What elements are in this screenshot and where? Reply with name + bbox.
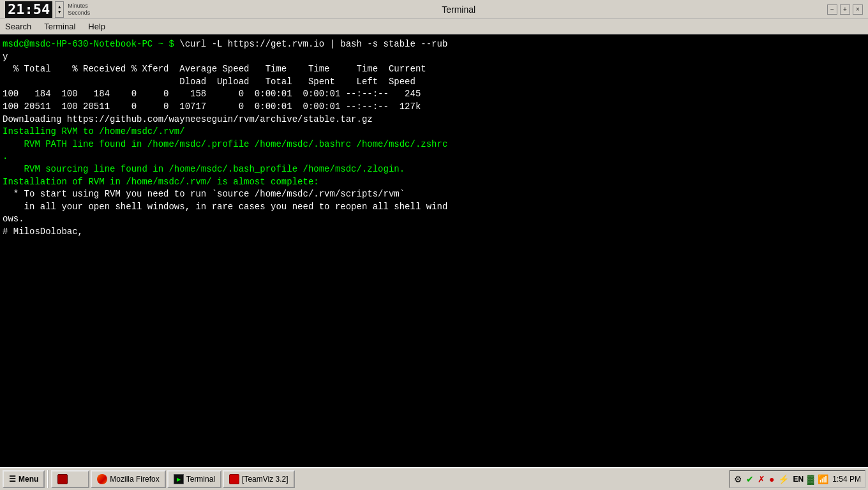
menu-terminal[interactable]: Terminal bbox=[41, 20, 78, 33]
clock-hours: 21 bbox=[8, 3, 25, 17]
terminal-line-11: RVM sourcing line found in /home/msdc/.b… bbox=[3, 163, 865, 176]
tray-icon-1: ⚙ bbox=[734, 474, 742, 484]
terminal-line-14: * To start using RVM you need to run `so… bbox=[3, 188, 865, 201]
firefox-icon bbox=[97, 474, 107, 484]
terminal-icon: ▶ bbox=[174, 474, 184, 484]
terminal-line-0: msdc@msdc-HP-630-Notebook-PC ~ $ \curl -… bbox=[3, 38, 865, 51]
taskbar-app-filemanager[interactable] bbox=[51, 470, 89, 488]
terminal-line-15: in all your open shell windows, in rare … bbox=[3, 201, 865, 214]
terminal-output: msdc@msdc-HP-630-Notebook-PC ~ $ \curl -… bbox=[0, 34, 868, 467]
taskbar-separator-1 bbox=[47, 470, 49, 488]
menu-help[interactable]: Help bbox=[86, 20, 108, 33]
tray-clock: 1:54 PM bbox=[832, 475, 861, 484]
taskbar-app-teamviz[interactable]: [TeamViz 3.2] bbox=[223, 470, 294, 488]
terminal-line-6: Downloading https://github.com/wayneeseg… bbox=[3, 114, 865, 126]
minimize-button[interactable]: − bbox=[827, 4, 837, 15]
clock-label-seconds: Seconds bbox=[68, 10, 90, 17]
menu-bar: Search Terminal Help bbox=[0, 19, 868, 34]
taskbar: ☰ Menu Mozilla Firefox ▶ Terminal [TeamV… bbox=[0, 467, 868, 490]
maximize-button[interactable]: + bbox=[840, 4, 850, 15]
teamviz-label: [TeamViz 3.2] bbox=[242, 475, 288, 484]
sys-tray-area: ⚙ ✔ ✗ ● ⚡ EN ▓ 📶 1:54 PM bbox=[730, 470, 865, 488]
terminal-line-2: % Total % Received % Xferd Average Speed… bbox=[3, 63, 865, 76]
title-bar-left: 21 : 54 ▲ ▼ Minutes Seconds bbox=[5, 1, 90, 18]
tray-icon-4: ● bbox=[769, 474, 774, 484]
terminal-line-16: ows. bbox=[3, 213, 865, 226]
tray-icon-battery: ▓ bbox=[807, 474, 814, 484]
window-title: Terminal bbox=[442, 4, 475, 15]
terminal-line-9: RVM PATH line found in /home/msdc/.profi… bbox=[3, 138, 865, 151]
firefox-label: Mozilla Firefox bbox=[110, 475, 159, 484]
tray-icon-bluetooth: ⚡ bbox=[778, 474, 789, 484]
clock-minutes: 54 bbox=[33, 3, 50, 17]
taskbar-app-firefox[interactable]: Mozilla Firefox bbox=[91, 470, 165, 488]
clock-label-minutes: Minutes bbox=[68, 3, 90, 10]
terminal-line-10: . bbox=[3, 151, 865, 163]
tray-icon-2: ✔ bbox=[746, 474, 754, 484]
terminal-line-4: 100 184 100 184 0 0 158 0 0:00:01 0:00:0… bbox=[3, 88, 865, 101]
start-icon: ☰ bbox=[9, 475, 16, 484]
terminal-line-1: y bbox=[3, 51, 865, 64]
clock-widget: 21 : 54 bbox=[5, 1, 52, 18]
clock-scroll[interactable]: ▲ ▼ bbox=[55, 1, 64, 18]
tray-icon-3: ✗ bbox=[758, 474, 765, 484]
terminal-line-18: # MilosDolobac, bbox=[3, 226, 865, 239]
clock-labels: Minutes Seconds bbox=[68, 3, 90, 17]
clock-colon: : bbox=[25, 3, 33, 17]
tray-icon-network: 📶 bbox=[818, 474, 828, 484]
menu-search[interactable]: Search bbox=[3, 20, 34, 33]
title-bar: 21 : 54 ▲ ▼ Minutes Seconds Terminal − +… bbox=[0, 0, 868, 19]
system-tray: ⚙ ✔ ✗ ● ⚡ EN ▓ 📶 1:54 PM bbox=[730, 470, 865, 488]
terminal-line-8: Installing RVM to /home/msdc/.rvm/ bbox=[3, 126, 865, 138]
terminal-line-3: Dload Upload Total Spent Left Speed bbox=[3, 76, 865, 89]
start-button[interactable]: ☰ Menu bbox=[3, 470, 45, 488]
terminal-line-12: Installation of RVM in /home/msdc/.rvm/ … bbox=[3, 176, 865, 189]
taskbar-app-terminal[interactable]: ▶ Terminal bbox=[167, 470, 221, 488]
teamviz-icon bbox=[229, 474, 239, 484]
filemanager-icon bbox=[57, 474, 68, 484]
terminal-label: Terminal bbox=[186, 475, 215, 484]
terminal-line-5: 100 20511 100 20511 0 0 10717 0 0:00:01 … bbox=[3, 101, 865, 114]
window-controls: − + × bbox=[827, 4, 863, 15]
tray-keyboard-lang: EN bbox=[793, 475, 804, 484]
close-button[interactable]: × bbox=[853, 4, 863, 15]
start-label: Menu bbox=[19, 475, 38, 484]
